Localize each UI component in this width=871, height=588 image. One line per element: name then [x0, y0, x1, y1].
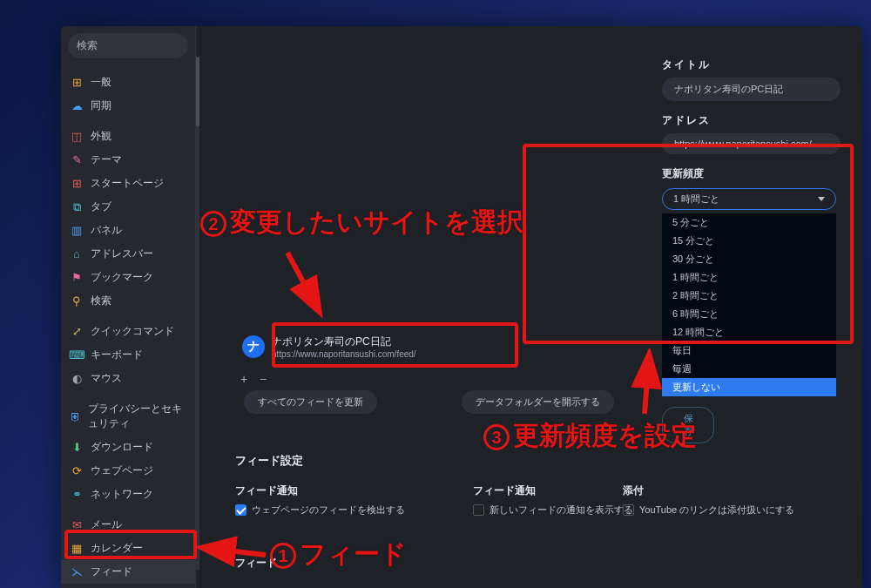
nav-icon: ◫: [70, 130, 84, 144]
sidebar-item[interactable]: ⚑ブックマーク: [61, 266, 195, 289]
sidebar-item[interactable]: ⟳ウェブページ: [61, 459, 195, 483]
nav-label: メール: [91, 517, 122, 532]
freq-option[interactable]: 更新しない: [662, 378, 836, 396]
nav-icon: ⚑: [70, 271, 84, 285]
nav-icon: ◐: [70, 372, 84, 386]
update-all-button[interactable]: すべてのフィードを更新: [244, 390, 377, 414]
sidebar-item[interactable]: ⚭ネットワーク: [61, 483, 195, 506]
sidebar-item[interactable]: ▦カレンダー: [61, 537, 195, 560]
nav-label: 外観: [91, 129, 111, 144]
sidebar-item[interactable]: ⚙すべて表示: [61, 584, 195, 588]
detail-panel: タイトル ナポリタン寿司のPC日記 アドレス https://www.napor…: [662, 26, 862, 588]
nav-label: フィード: [91, 564, 132, 579]
nav-label: カレンダー: [91, 541, 143, 556]
sidebar-item[interactable]: ☁同期: [61, 94, 195, 118]
nav-label: テーマ: [91, 152, 122, 167]
checkbox-label: ウェブページのフィードを検出する: [252, 504, 405, 517]
freq-option[interactable]: 毎日: [662, 341, 836, 360]
freq-dropdown-list: 5 分ごと15 分ごと30 分ごと1 時間ごと2 時間ごと6 時間ごと12 時間…: [662, 213, 836, 396]
nav-list: ⊞一般☁同期◫外観✎テーマ⊞スタートページ⧉タブ▥パネル⌂アドレスバー⚑ブックマ…: [61, 71, 195, 588]
nav-icon: ⋋: [70, 565, 84, 579]
nav-icon: ▥: [70, 224, 84, 238]
checkbox-label: 新しいフィードの通知を表示する: [490, 504, 633, 517]
nav-icon: ⚲: [70, 294, 84, 308]
add-remove-buttons: + −: [235, 370, 272, 388]
sidebar-item[interactable]: ▥パネル: [61, 219, 195, 242]
nav-label: キーボード: [91, 348, 143, 362]
nav-icon: ⟳: [70, 464, 84, 478]
scrollbar-track: [196, 57, 199, 571]
nav-label: 検索: [91, 294, 111, 308]
sidebar-item[interactable]: ✉メール: [61, 513, 195, 537]
nav-icon: ⚭: [70, 488, 84, 502]
freq-selected: 1 時間ごと: [673, 193, 719, 206]
annotation-text-1: 1フィード: [270, 537, 407, 572]
notify-feed-checkbox-row[interactable]: 新しいフィードの通知を表示する: [473, 504, 647, 517]
annotation-text-2: 2変更したいサイトを選択: [200, 205, 523, 240]
feed-list-item[interactable]: ナ ナポリタン寿司のPC日記 https://www.naporitansush…: [235, 329, 475, 364]
freq-option[interactable]: 15 分ごと: [662, 232, 836, 250]
nav-label: パネル: [91, 223, 122, 238]
freq-option[interactable]: 1 時間ごと: [662, 268, 836, 287]
checkbox-icon[interactable]: [235, 504, 246, 516]
freq-option[interactable]: 30 分ごと: [662, 250, 836, 268]
nav-label: ダウンロード: [91, 440, 153, 455]
freq-option[interactable]: 5 分ごと: [662, 213, 836, 232]
open-folder-button[interactable]: データフォルダーを開示する: [462, 390, 614, 414]
nav-label: ネットワーク: [91, 487, 153, 502]
nav-label: マウス: [91, 371, 122, 386]
title-input[interactable]: ナポリタン寿司のPC日記: [662, 78, 841, 101]
remove-feed-button[interactable]: −: [254, 370, 272, 388]
col1-label: フィード通知: [235, 483, 298, 498]
nav-label: スタートページ: [91, 176, 164, 191]
detect-feed-checkbox-row[interactable]: ウェブページのフィードを検出する: [235, 504, 409, 517]
nav-icon: ⤢: [70, 325, 84, 339]
feed-favicon: ナ: [242, 335, 265, 358]
feed-item-title: ナポリタン寿司のPC日記: [272, 335, 416, 349]
checkbox-icon[interactable]: [623, 504, 634, 516]
sidebar-item[interactable]: ⊞スタートページ: [61, 172, 195, 195]
nav-label: ウェブページ: [91, 463, 153, 478]
freq-option[interactable]: 毎週: [662, 360, 836, 378]
freq-option[interactable]: 2 時間ごと: [662, 287, 836, 305]
col2-label: フィード通知: [473, 483, 536, 498]
search-input[interactable]: 検索: [68, 33, 188, 58]
sidebar-item[interactable]: ◫外観: [61, 125, 195, 148]
sidebar-item[interactable]: ⌨キーボード: [61, 343, 195, 367]
freq-option[interactable]: 12 時間ごと: [662, 323, 836, 341]
title-label: タイトル: [662, 57, 862, 72]
nav-label: ブックマーク: [91, 270, 153, 285]
col3-label: 添付: [623, 483, 644, 498]
feed-item-url: https://www.naporitansushi.com/feed/: [272, 349, 416, 359]
sidebar-item[interactable]: ⛨プライバシーとセキュリティ: [61, 397, 195, 436]
sidebar: 検索 ⊞一般☁同期◫外観✎テーマ⊞スタートページ⧉タブ▥パネル⌂アドレスバー⚑ブ…: [61, 26, 196, 588]
address-input[interactable]: https://www.naporitansushi.com/: [662, 133, 841, 154]
sidebar-item[interactable]: ◐マウス: [61, 367, 195, 390]
nav-icon: ⧉: [70, 200, 84, 214]
nav-icon: ✉: [70, 518, 84, 532]
nav-icon: ▦: [70, 542, 84, 556]
sidebar-item[interactable]: ⤢クイックコマンド: [61, 320, 195, 343]
freq-label: 更新頻度: [662, 166, 849, 181]
nav-label: クイックコマンド: [91, 324, 174, 339]
main-pane: ナ ナポリタン寿司のPC日記 https://www.naporitansush…: [196, 26, 662, 588]
nav-label: タブ: [91, 199, 111, 214]
sidebar-item[interactable]: ⋋フィード: [61, 560, 195, 584]
nav-icon: ⬇: [70, 441, 84, 455]
sidebar-item[interactable]: ⬇ダウンロード: [61, 436, 195, 459]
freq-dropdown[interactable]: 1 時間ごと: [662, 188, 836, 210]
add-feed-button[interactable]: +: [235, 370, 253, 388]
sidebar-item[interactable]: ⧉タブ: [61, 195, 195, 219]
sidebar-item[interactable]: ✎テーマ: [61, 148, 195, 172]
sidebar-item[interactable]: ⚲検索: [61, 289, 195, 313]
checkbox-icon[interactable]: [473, 504, 484, 516]
nav-label: 一般: [91, 75, 111, 90]
nav-icon: ⌂: [70, 247, 84, 261]
sidebar-item[interactable]: ⊞一般: [61, 71, 195, 94]
scrollbar-thumb[interactable]: [196, 57, 199, 126]
nav-icon: ⌨: [70, 348, 84, 362]
freq-option[interactable]: 6 時間ごと: [662, 305, 836, 323]
sidebar-item[interactable]: ⌂アドレスバー: [61, 242, 195, 266]
nav-icon: ☁: [70, 99, 84, 113]
annotation-text-3: 3更新頻度を設定: [483, 418, 697, 454]
